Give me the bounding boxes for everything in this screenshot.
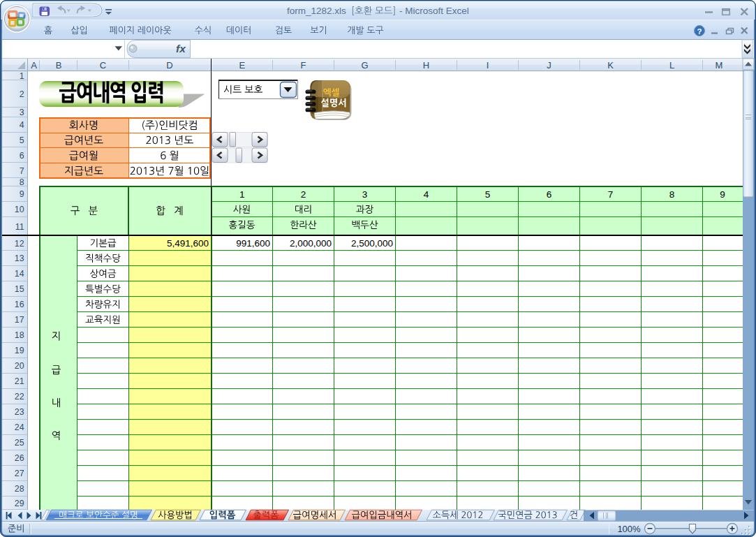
svg-text:7: 7 [20,166,24,176]
svg-text:fx: fx [176,43,186,54]
svg-text:10: 10 [15,205,24,214]
svg-text:3: 3 [362,189,368,200]
svg-text:1: 1 [20,71,24,81]
svg-text:19: 19 [15,346,24,355]
svg-text:- Microsoft Excel: - Microsoft Excel [399,6,469,16]
svg-text:M: M [716,60,723,71]
svg-text:21: 21 [15,376,24,386]
svg-text:28: 28 [15,484,24,494]
svg-text:11: 11 [15,222,24,232]
svg-text:D: D [166,60,172,71]
svg-text:18: 18 [15,330,24,340]
svg-text:4: 4 [20,120,24,130]
svg-text:5: 5 [485,189,491,200]
svg-text:15: 15 [15,284,24,294]
svg-text:3: 3 [20,108,24,117]
svg-text:100%: 100% [617,524,641,534]
svg-text:2,000,000: 2,000,000 [290,238,332,249]
svg-text:?: ? [697,27,702,36]
svg-text:17: 17 [15,315,24,325]
svg-text:L: L [669,60,674,71]
svg-text:H: H [423,60,429,71]
svg-text:5: 5 [20,135,24,145]
svg-text:4: 4 [424,189,429,200]
svg-text:form_1282.xls: form_1282.xls [287,6,346,16]
svg-text:C: C [100,60,106,71]
svg-text:2: 2 [20,89,24,99]
svg-text:24: 24 [15,422,24,432]
svg-text:991,600: 991,600 [236,238,270,249]
svg-text:9: 9 [20,189,24,199]
svg-text:29: 29 [15,499,24,508]
svg-text:20: 20 [15,361,24,371]
svg-text:8: 8 [669,189,675,200]
svg-text:I: I [487,60,489,71]
svg-text:12: 12 [15,239,24,249]
svg-text:F: F [301,60,306,71]
svg-text:16: 16 [15,300,24,309]
svg-text:G: G [361,60,368,71]
svg-text:6: 6 [547,189,552,200]
svg-text:14: 14 [15,269,24,279]
svg-text:6: 6 [20,151,24,161]
svg-text:2: 2 [301,189,306,200]
svg-text:23: 23 [15,407,24,417]
svg-text:A: A [31,60,37,71]
svg-text:13: 13 [15,253,24,263]
svg-text:1: 1 [239,189,245,200]
svg-text:25: 25 [15,438,24,448]
svg-text:26: 26 [15,453,24,463]
svg-text:7: 7 [608,189,614,200]
svg-text:2,500,000: 2,500,000 [351,238,393,249]
svg-text:9: 9 [720,189,725,200]
svg-text:27: 27 [15,469,24,478]
svg-text:K: K [607,60,614,71]
svg-text:22: 22 [15,392,24,402]
svg-text:J: J [547,60,551,71]
svg-text:B: B [56,60,62,71]
svg-text:5,491,600: 5,491,600 [167,238,209,249]
svg-text:8: 8 [20,177,24,187]
svg-text:E: E [239,60,245,71]
